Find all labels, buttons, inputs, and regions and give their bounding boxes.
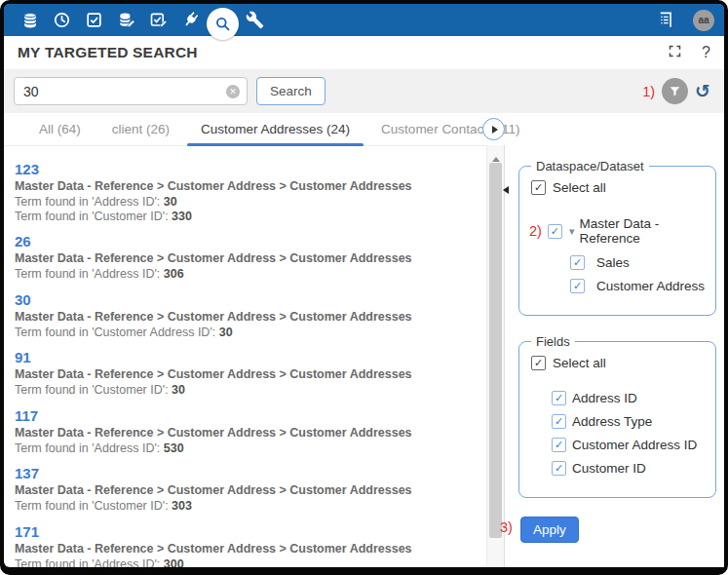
term-label: Term found in 'Customer Address ID': (15, 326, 219, 339)
filter-toggle-button[interactable] (662, 78, 688, 104)
result-item: 171Master Data - Reference > Customer Ad… (15, 523, 486, 568)
search-box: ✕ (14, 77, 248, 105)
validation-icon[interactable] (78, 4, 110, 36)
result-breadcrumb: Master Data - Reference > Customer Addre… (15, 483, 486, 497)
help-icon[interactable]: ? (702, 44, 710, 61)
search-bar-row: ✕ Search 1) ↺ (4, 69, 724, 113)
dataspace-tree: 2)✓▾Master Data - Reference✓Sales✓Custom… (529, 216, 706, 293)
tree-root-checkbox[interactable]: ✓ (548, 224, 562, 239)
result-item: 91Master Data - Reference > Customer Add… (15, 349, 486, 398)
term-value: 300 (164, 557, 184, 568)
result-term-line: Term found in 'Customer Address ID': 30 (15, 326, 486, 340)
tree-expand-icon[interactable]: ▾ (569, 225, 575, 238)
result-term-line: Term found in 'Address ID': 30 (15, 195, 486, 210)
clock-icon[interactable] (46, 4, 78, 36)
result-record-link[interactable]: 30 (15, 291, 31, 308)
result-term-line: Term found in 'Customer ID': 330 (15, 210, 486, 224)
term-value: 30 (164, 195, 177, 209)
dataspace-select-all[interactable]: ✓ Select all (531, 180, 706, 195)
result-term-line: Term found in 'Address ID': 530 (15, 441, 486, 456)
result-record-link[interactable]: 117 (15, 407, 38, 424)
funnel-icon (669, 85, 681, 97)
tab-client-26-[interactable]: client (26) (96, 113, 185, 145)
validation-edit-icon[interactable] (142, 4, 174, 36)
term-value: 30 (219, 326, 233, 339)
term-value: 30 (172, 383, 185, 397)
results-scrollbar[interactable] (486, 145, 505, 567)
tree-child-label: Sales (596, 255, 630, 270)
result-breadcrumb: Master Data - Reference > Customer Addre… (15, 179, 486, 193)
tree-child-checkbox[interactable]: ✓ (570, 255, 585, 270)
result-breadcrumb: Master Data - Reference > Customer Addre… (15, 310, 486, 324)
term-value: 330 (172, 210, 192, 223)
result-record-link[interactable]: 123 (15, 161, 39, 177)
connector-icon[interactable] (174, 4, 207, 36)
scrollbar-thumb[interactable] (489, 163, 502, 538)
result-record-link[interactable]: 171 (15, 523, 39, 540)
term-label: Term found in 'Address ID': (15, 441, 164, 455)
search-nav-active[interactable] (207, 8, 239, 40)
page-title: MY TARGETED SEARCH (18, 44, 198, 61)
fullscreen-icon[interactable] (668, 44, 682, 62)
result-item: 137Master Data - Reference > Customer Ad… (15, 465, 486, 514)
report-list-icon[interactable] (649, 4, 681, 36)
term-label: Term found in 'Address ID': (15, 557, 164, 568)
term-value: 303 (172, 499, 192, 513)
result-term-line: Term found in 'Customer ID': 30 (15, 383, 486, 398)
app-window: aa MY TARGETED SEARCH ? ✕ Search 1) ↺ Al… (4, 4, 724, 567)
tab-customer-addresses-24-[interactable]: Customer Addresses (24) (185, 113, 365, 145)
reset-filters-icon[interactable]: ↺ (695, 82, 710, 100)
result-breadcrumb: Master Data - Reference > Customer Addre… (15, 542, 486, 556)
field-item: ✓Address Type (552, 414, 706, 429)
field-label: Address ID (572, 391, 637, 405)
apply-button[interactable]: Apply (520, 517, 579, 543)
database-edit-icon[interactable] (110, 4, 142, 36)
filter-panel: Dataspace/Dataset ✓ Select all 2)✓▾Maste… (505, 145, 724, 567)
result-term-line: Term found in 'Address ID': 306 (15, 267, 486, 282)
fields-legend: Fields (531, 334, 575, 349)
field-checkbox[interactable]: ✓ (552, 438, 566, 452)
tree-node-child: ✓Customer Address (570, 279, 706, 293)
result-tabs: All (64)client (26)Customer Addresses (2… (4, 113, 511, 146)
clear-search-icon[interactable]: ✕ (226, 85, 240, 98)
result-record-link[interactable]: 26 (15, 233, 31, 249)
result-item: 123Master Data - Reference > Customer Ad… (15, 161, 486, 223)
user-avatar[interactable]: aa (693, 10, 714, 31)
term-label: Term found in 'Address ID': (15, 195, 164, 209)
result-breadcrumb: Master Data - Reference > Customer Addre… (15, 251, 486, 265)
dataspace-dataset-fieldset: Dataspace/Dataset ✓ Select all 2)✓▾Maste… (518, 159, 716, 316)
content-area: 123Master Data - Reference > Customer Ad… (4, 145, 724, 567)
tree-node-child: ✓Sales (570, 255, 706, 270)
apply-row: 3) Apply (520, 517, 716, 543)
search-input[interactable] (21, 83, 226, 100)
term-value: 306 (164, 267, 184, 281)
tab-customer-contacts-11-[interactable]: Customer Contacts (11) (365, 113, 535, 145)
field-checkbox[interactable]: ✓ (552, 391, 566, 405)
result-item: 26Master Data - Reference > Customer Add… (15, 233, 486, 282)
field-checkbox[interactable]: ✓ (552, 461, 566, 476)
tab-all-64-[interactable]: All (64) (23, 113, 96, 145)
search-icon (213, 15, 232, 33)
dataspace-dataset-legend: Dataspace/Dataset (531, 159, 649, 173)
search-button[interactable]: Search (256, 77, 326, 105)
annotation-2: 2) (529, 223, 542, 239)
chevron-right-icon (492, 126, 498, 134)
annotation-1: 1) (642, 84, 655, 99)
wrench-icon[interactable] (239, 4, 271, 36)
result-breadcrumb: Master Data - Reference > Customer Addre… (15, 367, 486, 381)
field-label: Customer Address ID (572, 438, 697, 452)
tabs-scroll-right-button[interactable] (482, 118, 505, 140)
result-record-link[interactable]: 137 (15, 465, 39, 481)
result-item: 117Master Data - Reference > Customer Ad… (15, 407, 486, 456)
field-item: ✓Address ID (552, 391, 706, 405)
field-checkbox[interactable]: ✓ (552, 414, 566, 429)
top-nav-bar: aa (4, 4, 724, 36)
tree-child-checkbox[interactable]: ✓ (570, 279, 585, 293)
fields-select-all-checkbox[interactable]: ✓ (531, 356, 546, 370)
panel-collapse-icon[interactable] (503, 186, 509, 194)
result-record-link[interactable]: 91 (15, 349, 31, 365)
fields-select-all[interactable]: ✓ Select all (531, 356, 706, 370)
fields-select-all-label: Select all (553, 356, 606, 370)
database-icon[interactable] (14, 4, 46, 36)
dataspace-select-all-checkbox[interactable]: ✓ (531, 180, 546, 195)
